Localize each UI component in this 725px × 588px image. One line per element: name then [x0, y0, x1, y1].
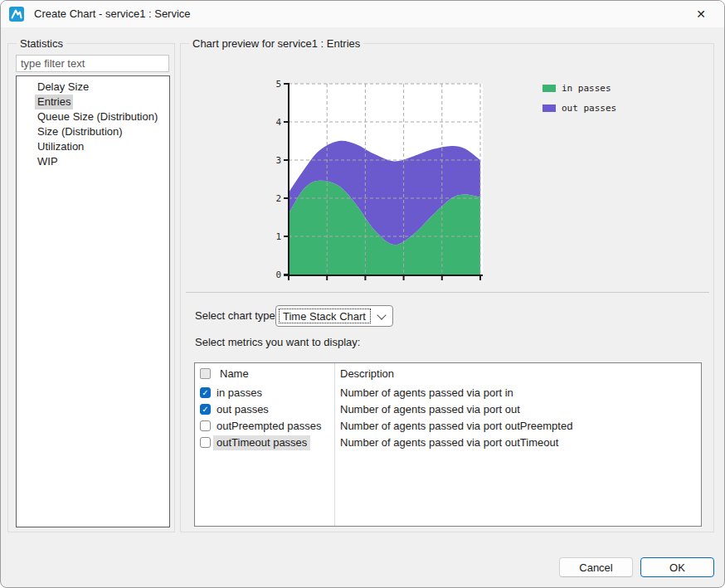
legend-swatch-icon	[543, 85, 556, 92]
svg-text:0: 0	[275, 270, 281, 280]
column-header-name: Name	[220, 363, 249, 385]
chart-type-value: Time Stack Chart	[279, 309, 371, 323]
list-item-queue-size-distribution[interactable]: Queue Size (Distribution)	[17, 109, 169, 124]
list-item-utilization[interactable]: Utilization	[17, 139, 169, 154]
separator-line	[186, 292, 709, 293]
list-item-label: Queue Size (Distribution)	[35, 109, 160, 124]
list-item-label: WIP	[35, 154, 61, 169]
metric-description: Number of agents passed via port outTime…	[340, 435, 558, 450]
metric-row-outtimeout-passes[interactable]: outTimeout passesNumber of agents passed…	[195, 435, 701, 451]
metric-name: outPreempted passes	[213, 419, 324, 434]
metric-name: outTimeout passes	[213, 435, 310, 450]
metric-name: out passes	[213, 402, 272, 417]
legend-label: out passes	[562, 103, 616, 114]
legend-swatch-icon	[543, 104, 556, 112]
list-item-label: Size (Distribution)	[35, 124, 125, 139]
close-icon[interactable]: ✕	[684, 1, 718, 27]
column-header-description: Description	[340, 363, 394, 385]
column-divider	[334, 363, 335, 526]
list-item-label: Delay Size	[35, 80, 91, 95]
list-item-size-distribution[interactable]: Size (Distribution)	[17, 124, 169, 139]
svg-text:5: 5	[275, 79, 281, 90]
create-chart-dialog: Create Chart - service1 : Service ✕ Stat…	[0, 0, 725, 588]
chart-preview-group-label: Chart preview for service1 : Entries	[189, 37, 363, 50]
checked-checkbox[interactable]: ✓	[200, 387, 211, 398]
list-item-label: Entries	[35, 95, 73, 109]
metric-description: Number of agents passed via port outPree…	[340, 419, 572, 434]
metrics-table-header: Name Description	[195, 363, 701, 385]
list-item-label: Utilization	[35, 139, 86, 154]
statistics-group-label: Statistics	[17, 37, 66, 50]
metrics-label: Select metrics you want to display:	[195, 334, 360, 351]
metric-description: Number of agents passed via port in	[340, 386, 513, 401]
stacked-area-chart: 012345	[279, 79, 486, 284]
chart-preview-group: Chart preview for service1 : Entries 012…	[180, 43, 714, 532]
title-bar[interactable]: Create Chart - service1 : Service ✕	[1, 1, 724, 27]
legend-label: in passes	[562, 83, 611, 94]
window-title: Create Chart - service1 : Service	[34, 1, 191, 27]
svg-text:4: 4	[275, 117, 281, 128]
filter-input[interactable]	[16, 55, 169, 72]
legend-item-in-passes: in passes	[543, 83, 616, 94]
metric-row-out-passes[interactable]: ✓out passesNumber of agents passed via p…	[195, 401, 701, 418]
list-item-entries[interactable]: Entries	[17, 95, 169, 109]
unchecked-checkbox[interactable]	[200, 420, 211, 431]
metric-name: in passes	[213, 386, 265, 401]
svg-text:3: 3	[275, 155, 281, 166]
ok-button[interactable]: OK	[640, 557, 714, 577]
metric-description: Number of agents passed via port out	[340, 402, 520, 417]
list-item-delay-size[interactable]: Delay Size	[17, 80, 169, 95]
list-item-wip[interactable]: WIP	[17, 154, 169, 169]
cancel-button[interactable]: Cancel	[559, 557, 633, 577]
unchecked-checkbox[interactable]	[200, 437, 211, 448]
chart-legend: in passesout passes	[543, 83, 616, 123]
statistics-group: Statistics Delay SizeEntriesQueue Size (…	[7, 43, 175, 532]
metric-row-in-passes[interactable]: ✓in passesNumber of agents passed via po…	[195, 385, 701, 401]
chart-type-label: Select chart type:	[195, 305, 278, 327]
metrics-table: Name Description ✓in passesNumber of age…	[194, 362, 702, 527]
chevron-down-icon	[377, 310, 386, 319]
svg-text:1: 1	[275, 231, 281, 242]
legend-item-out-passes: out passes	[543, 103, 616, 114]
checked-checkbox[interactable]: ✓	[200, 404, 211, 415]
anylogic-logo-icon	[9, 7, 24, 22]
chart-type-select[interactable]: Time Stack Chart	[275, 305, 393, 327]
statistics-list[interactable]: Delay SizeEntriesQueue Size (Distributio…	[16, 75, 170, 527]
metric-row-outpreempted-passes[interactable]: outPreempted passesNumber of agents pass…	[195, 418, 701, 435]
svg-text:2: 2	[275, 193, 281, 204]
select-all-checkbox[interactable]	[200, 368, 211, 379]
